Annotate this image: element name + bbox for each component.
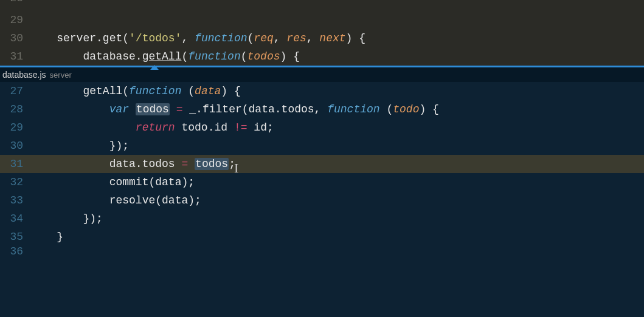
line-number: 35 xyxy=(0,228,30,246)
line-number: 34 xyxy=(0,210,30,228)
line-number: 30 xyxy=(0,137,30,155)
line-number: 36 xyxy=(0,246,30,257)
line-number: 31 xyxy=(0,155,30,173)
code-line[interactable]: 30 }); xyxy=(0,137,644,155)
line-number: 28 xyxy=(0,0,30,7)
code-line-active[interactable]: 31 data.todos = todos;I xyxy=(0,155,644,173)
code-content[interactable]: return todo.id != id; xyxy=(30,118,644,137)
peek-scope-name: server xyxy=(50,68,72,83)
code-line[interactable]: 32 commit(data); xyxy=(0,173,644,191)
outer-code-pane[interactable]: 282930 server.get('/todos', function(req… xyxy=(0,0,644,66)
code-content[interactable]: var todos = _.filter(data.todos, functio… xyxy=(30,100,644,118)
code-content[interactable]: }); xyxy=(30,137,644,155)
line-number: 29 xyxy=(0,11,30,29)
code-line[interactable]: 27 getAll(function (data) { xyxy=(0,82,644,100)
code-content[interactable]: } xyxy=(30,228,644,246)
code-line[interactable]: 36 xyxy=(0,246,644,257)
code-content[interactable]: server.get('/todos', function(req, res, … xyxy=(30,29,644,47)
code-line[interactable]: 28 var todos = _.filter(data.todos, func… xyxy=(0,100,644,118)
code-line[interactable]: 28 xyxy=(0,0,644,11)
code-editor[interactable]: 282930 server.get('/todos', function(req… xyxy=(0,0,644,317)
code-line[interactable]: 29 xyxy=(0,11,644,29)
line-number: 33 xyxy=(0,191,30,210)
code-content[interactable]: getAll(function (data) { xyxy=(30,82,644,100)
line-number: 32 xyxy=(0,173,30,191)
peek-header[interactable]: database.js server xyxy=(0,67,644,82)
line-number: 28 xyxy=(0,100,30,118)
line-number: 27 xyxy=(0,82,30,100)
code-content[interactable]: commit(data); xyxy=(30,173,644,191)
line-number: 29 xyxy=(0,118,30,137)
peek-divider xyxy=(0,66,644,67)
code-line[interactable]: 30 server.get('/todos', function(req, re… xyxy=(0,29,644,47)
code-line[interactable]: 35 } xyxy=(0,228,644,246)
peek-code-pane[interactable]: 27 getAll(function (data) {28 var todos … xyxy=(0,82,644,257)
peek-caret-icon xyxy=(150,65,159,70)
peek-file-name: database.js xyxy=(2,67,46,82)
code-line[interactable]: 31 database.getAll(function(todos) { xyxy=(0,47,644,66)
code-line[interactable]: 33 resolve(data); xyxy=(0,191,644,210)
line-number: 31 xyxy=(0,47,30,66)
code-line[interactable]: 34 }); xyxy=(0,210,644,228)
code-content[interactable]: data.todos = todos;I xyxy=(30,155,644,173)
code-line[interactable]: 29 return todo.id != id; xyxy=(0,118,644,137)
code-content[interactable]: database.getAll(function(todos) { xyxy=(30,47,644,66)
line-number: 30 xyxy=(0,29,30,47)
code-content[interactable]: }); xyxy=(30,210,644,228)
code-content[interactable]: resolve(data); xyxy=(30,191,644,210)
